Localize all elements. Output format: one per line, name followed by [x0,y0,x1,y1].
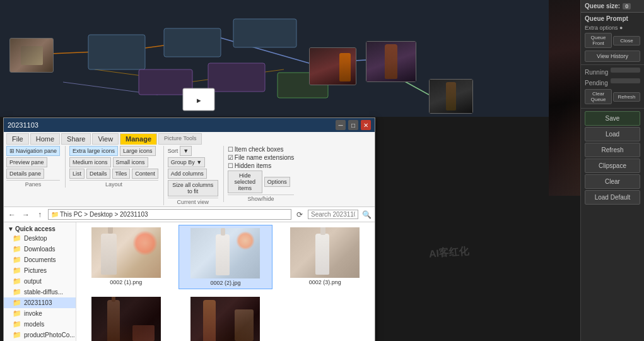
maximize-button[interactable]: □ [348,120,358,130]
svg-rect-8 [88,35,145,69]
svg-line-5 [95,69,189,82]
close-button[interactable]: ✕ [361,120,371,130]
sidebar-item-downloads[interactable]: 📁 Downloads [4,244,76,254]
node-editor: ▶ [0,0,549,117]
tab-share[interactable]: Share [61,133,91,145]
sidebar-item-desktop[interactable]: 📁 Desktop [4,233,76,244]
search-button[interactable]: 🔍 [361,209,372,220]
layout-row2: Medium icons Small icons [69,157,158,167]
hidden-items-checkbox: ☐ [228,162,233,169]
preview-pane-button[interactable]: Preview pane [6,157,47,167]
file-thumbnail-1 [91,227,161,278]
file-item-2[interactable]: 0002 (2).jpg [179,225,273,289]
size-col-row: Size all columns to fit [168,180,218,196]
sidebar-item-models[interactable]: 📁 models [4,319,76,330]
details-button[interactable]: Details [86,169,110,179]
minimize-button[interactable]: ─ [336,120,346,130]
back-button[interactable]: ← [6,209,18,220]
details-pane-button[interactable]: Details pane [6,169,44,179]
folder-icon: 📁 [13,331,21,339]
tab-manage[interactable]: Manage [120,133,157,145]
show-hide-group: ☐ Item check boxes ☑ File name extension… [223,146,295,202]
sidebar-item-product-photo[interactable]: 📁 productPhotoCo... [4,330,76,340]
comfy-panel: Queue size: 0 Queue Prompt Extra options… [580,0,644,341]
load-button[interactable]: Load [585,127,640,141]
file-thumbnail-4 [91,297,161,341]
up-button[interactable]: ↑ [34,209,45,220]
queue-header: Queue size: 0 [581,0,644,13]
refresh-queue-button[interactable]: Refresh [613,92,640,102]
ribbon: File Home Share View Manage Picture Tool… [4,132,375,207]
svg-line-7 [63,82,158,95]
tab-view[interactable]: View [92,133,119,145]
panes-group: ⊞ Navigation pane Preview pane Details p… [6,146,60,188]
folder-icon: 📁 [13,266,21,275]
load-default-button[interactable]: Load Default [585,190,640,205]
size-columns-button[interactable]: Size all columns to fit [168,180,218,196]
sidebar-item-output[interactable]: 📁 output [4,276,76,287]
refresh-action-button[interactable]: Refresh [585,143,640,157]
medium-icons-button[interactable]: Medium icons [69,157,111,167]
folder-icon: 📁 [13,320,21,328]
svg-line-2 [221,38,309,63]
back-icon: ← [8,210,16,219]
close-panel-button[interactable]: Close [613,36,640,45]
svg-rect-10 [233,19,296,47]
large-icons-button[interactable]: Large icons [120,146,156,156]
window-title: 20231103 [8,121,38,129]
folder-icon: 📁 [13,245,21,253]
tab-file[interactable]: File [6,133,29,145]
queue-size-label: Queue size: [585,3,620,9]
sort-by-button[interactable]: ▼ [180,146,192,156]
file-name-extensions-item[interactable]: ☑ File name extensions [228,154,295,161]
pending-bar [611,78,640,83]
hidden-items-item[interactable]: ☐ Hidden items [228,162,295,169]
quick-access-section: ▼ Quick access 📁 Desktop 📁 Downloads 📁 D… [4,225,76,340]
layout-group: Extra large icons Large icons Medium ico… [65,146,158,188]
list-button[interactable]: List [69,169,85,179]
view-history-button[interactable]: View History [585,51,640,62]
clear-queue-button[interactable]: Clear Queue [585,89,612,104]
options-button[interactable]: Options [264,177,290,187]
file-item-3[interactable]: 0002 (3).png [278,225,372,289]
pending-row: Pending [585,78,640,87]
small-icons-button[interactable]: Small icons [113,157,148,167]
tab-picture-tools[interactable]: Picture Tools [158,133,202,145]
breadcrumb[interactable]: 📁 This PC > Desktop > 20231103 [48,209,291,220]
node-thumb-3 [309,47,356,85]
file-item-1[interactable]: 0002 (1).png [79,225,173,289]
layout-row1: Extra large icons Large icons [69,146,158,156]
search-input[interactable] [308,210,358,219]
tab-home[interactable]: Home [30,133,60,145]
group-by-button[interactable]: Group By ▼ [168,157,205,167]
running-bar [611,68,640,73]
tiles-button[interactable]: Tiles [112,169,131,179]
content-button[interactable]: Content [132,169,158,179]
file-item-4[interactable]: bottle_dark.png [79,294,173,341]
sidebar-item-pictures[interactable]: 📁 Pictures [4,265,76,276]
extra-large-icons-button[interactable]: Extra large icons [69,146,118,156]
clipspace-button[interactable]: Clipspace [585,159,640,173]
sort-by-icon: ▼ [183,148,189,154]
sidebar-item-invoke[interactable]: 📁 invoke [4,308,76,319]
clear-action-button[interactable]: Clear [585,174,640,189]
refresh-button[interactable]: ⟳ [294,209,305,220]
save-button[interactable]: Save [585,111,640,126]
titlebar: 20231103 ─ □ ✕ [4,118,375,132]
ribbon-tabs: File Home Share View Manage Picture Tool… [6,133,372,145]
item-check-boxes-item[interactable]: ☐ Item check boxes [228,146,295,153]
sidebar-item-20231103[interactable]: 📁 20231103 [4,297,76,308]
sidebar-item-documents[interactable]: 📁 Documents [4,254,76,265]
sidebar-item-stable-diffus[interactable]: 📁 stable-diffus... [4,287,76,297]
add-columns-button[interactable]: Add columns [168,169,207,179]
file-item-5[interactable]: bottle_glass.png [179,294,273,341]
file-thumbnail-3 [290,227,360,278]
forward-icon: → [22,210,30,219]
hide-selected-button[interactable]: Hide selected items [228,170,262,193]
panes-row3: Details pane [6,169,60,179]
forward-button[interactable]: → [20,209,32,220]
extra-options-label: Extra options ● [585,25,640,31]
nav-pane-button[interactable]: ⊞ Navigation pane [6,146,60,156]
queue-front-button[interactable]: Queue Front [585,33,612,48]
layout-row3: List Details Tiles Content [69,169,158,179]
